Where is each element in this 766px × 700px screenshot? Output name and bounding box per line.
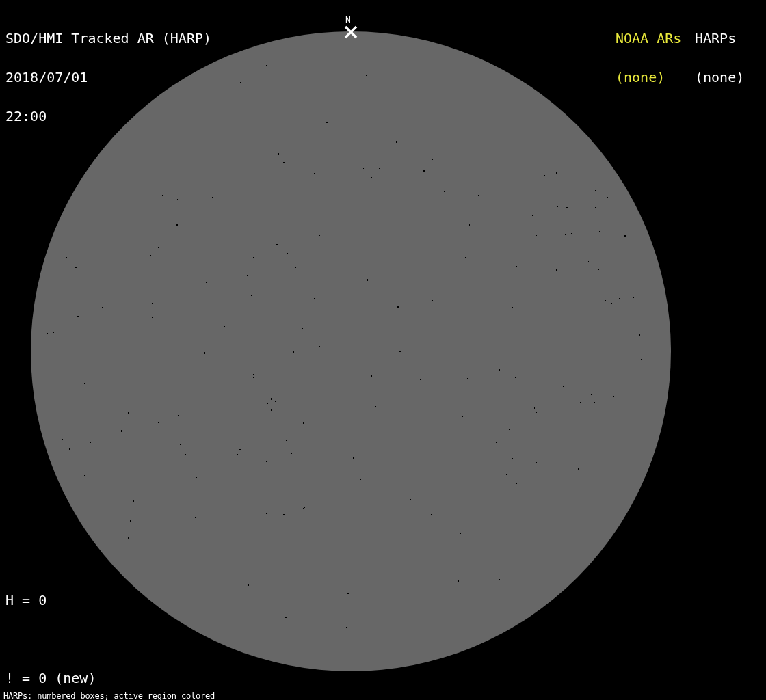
footer-notes: HARPs: numbered boxes; active region col… [3,677,282,700]
noaa-ars-label: NOAA ARs [616,32,681,45]
footer-harps-note: HARPs: numbered boxes; active region col… [3,692,282,700]
north-label: N [345,15,351,24]
header-left: SDO/HMI Tracked AR (HARP) 2018/07/01 22:… [5,6,211,136]
legend-spacer [5,633,162,646]
noaa-ars-value: (none) [616,71,681,84]
legend-harp-total: H = 0 [5,594,162,607]
harps-counter: HARPs (none) [695,6,744,97]
harps-label: HARPs [695,32,744,45]
page-title: SDO/HMI Tracked AR (HARP) [5,32,211,45]
noaa-ars-counter: NOAA ARs (none) [616,6,681,97]
date-label: 2018/07/01 [5,71,211,84]
north-pole-cross-icon [343,25,358,40]
harps-value: (none) [695,71,744,84]
time-label: 22:00 [5,110,211,123]
